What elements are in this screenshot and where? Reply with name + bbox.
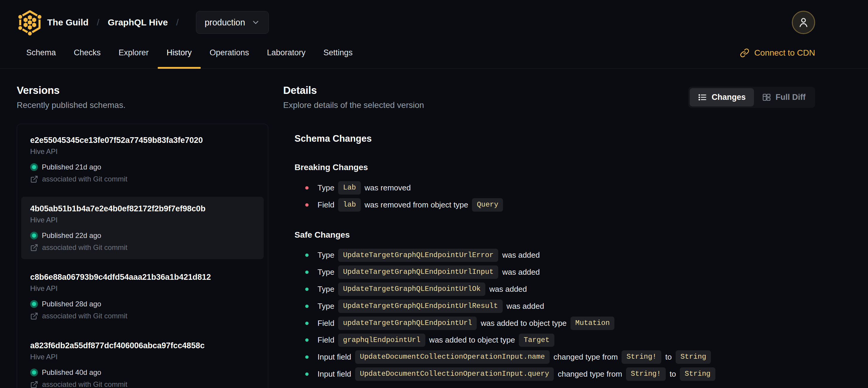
code-badge: String! xyxy=(626,367,666,381)
git-commit-label: associated with Git commit xyxy=(42,175,127,183)
view-toggle: ChangesFull Diff xyxy=(688,87,815,108)
versions-list: e2e55045345ce13fe07f52a77459b83fa3fe7020… xyxy=(17,124,268,388)
change-item: TypeUpdateTargetGraphQLEndpointUrlOkwas … xyxy=(305,282,815,296)
published-label: Published 21d ago xyxy=(42,163,101,171)
chevron-down-icon xyxy=(251,18,260,27)
version-status: Published 40d ago xyxy=(30,368,255,377)
published-label: Published 22d ago xyxy=(42,231,101,240)
tab-history[interactable]: History xyxy=(158,37,201,68)
view-toggle-full-diff[interactable]: Full Diff xyxy=(754,88,814,107)
change-text: Type xyxy=(317,285,334,294)
version-status: Published 22d ago xyxy=(30,231,255,240)
link-icon xyxy=(740,48,749,58)
change-text: changed type from xyxy=(558,369,622,379)
version-card[interactable]: e2e55045345ce13fe07f52a77459b83fa3fe7020… xyxy=(21,128,264,191)
code-badge: Target xyxy=(519,334,554,347)
published-label: Published 40d ago xyxy=(42,368,101,377)
external-link-icon xyxy=(30,312,38,320)
change-text: was removed xyxy=(365,183,411,192)
tab-operations[interactable]: Operations xyxy=(201,37,258,68)
header-top-row: The Guild / GraphQL Hive / production xyxy=(0,0,868,37)
breadcrumb: The Guild / GraphQL Hive / xyxy=(47,17,187,28)
change-text: changed type from xyxy=(554,352,618,362)
change-item: Input fieldUpdateDocumentCollectionOpera… xyxy=(305,350,815,364)
code-badge: UpdateDocumentCollectionOperationInput.n… xyxy=(355,350,550,364)
subsection-title: Breaking Changes xyxy=(294,162,815,172)
change-item: Fieldlabwas removed from object typeQuer… xyxy=(305,198,815,212)
nav-tab-bar: SchemaChecksExplorerHistoryOperationsLab… xyxy=(0,37,868,69)
hive-logo-icon[interactable] xyxy=(16,9,43,36)
connect-cdn-link[interactable]: Connect to CDN xyxy=(740,37,815,68)
published-dot-icon xyxy=(30,300,38,308)
code-badge: graphqlEndpointUrl xyxy=(338,334,425,347)
tab-settings[interactable]: Settings xyxy=(314,37,362,68)
change-item: TypeUpdateTargetGraphQLEndpointUrlErrorw… xyxy=(305,249,815,262)
change-text: was added xyxy=(489,285,527,294)
breadcrumb-separator: / xyxy=(97,17,99,28)
version-status: Published 21d ago xyxy=(30,163,255,171)
change-item: Input fieldUpdateDocumentCollectionOpera… xyxy=(305,367,815,381)
version-card[interactable]: c8b6e88a06793b9c4dfd54aaa21b36a1b421d812… xyxy=(21,265,264,328)
version-service: Hive API xyxy=(30,216,255,224)
code-badge: String xyxy=(676,350,711,364)
schema-changes-sections: Breaking ChangesTypeLabwas removedFieldl… xyxy=(294,162,815,381)
change-item: TypeUpdateTargetGraphQLEndpointUrlResult… xyxy=(305,300,815,313)
list-icon xyxy=(698,93,707,102)
user-menu-button[interactable] xyxy=(792,11,815,34)
git-commit-link[interactable]: associated with Git commit xyxy=(30,312,255,320)
code-badge: UpdateDocumentCollectionOperationInput.q… xyxy=(355,367,554,381)
version-status: Published 28d ago xyxy=(30,300,255,308)
external-link-icon xyxy=(30,244,38,252)
change-text: was added xyxy=(502,268,540,277)
details-subtitle: Explore details of the selected version xyxy=(283,100,424,110)
git-commit-label: associated with Git commit xyxy=(42,243,127,252)
view-toggle-changes[interactable]: Changes xyxy=(690,88,753,107)
git-commit-link[interactable]: associated with Git commit xyxy=(30,243,255,252)
git-commit-label: associated with Git commit xyxy=(42,312,127,320)
target-select[interactable]: production xyxy=(196,11,269,34)
change-text: Field xyxy=(317,319,334,328)
change-text: was added xyxy=(502,250,540,260)
change-text: was added to object type xyxy=(429,335,515,345)
schema-changes-section: Schema Changes Breaking ChangesTypeLabwa… xyxy=(294,133,815,381)
breadcrumb-org[interactable]: The Guild xyxy=(47,17,88,28)
git-commit-link[interactable]: associated with Git commit xyxy=(30,380,255,388)
code-badge: UpdateTargetGraphQLEndpointUrlResult xyxy=(338,300,502,313)
change-item: TypeUpdateTargetGraphQLEndpointUrlInputw… xyxy=(305,265,815,279)
git-commit-link[interactable]: associated with Git commit xyxy=(30,175,255,183)
details-title: Details xyxy=(283,84,424,96)
change-text: Input field xyxy=(317,369,351,379)
tab-explorer[interactable]: Explorer xyxy=(110,37,158,68)
versions-title: Versions xyxy=(17,84,268,96)
change-text: Field xyxy=(317,335,334,345)
tab-laboratory[interactable]: Laboratory xyxy=(258,37,314,68)
tab-schema[interactable]: Schema xyxy=(17,37,65,68)
change-text: was added to object type xyxy=(480,319,567,328)
published-dot-icon xyxy=(30,232,38,239)
user-icon xyxy=(797,16,810,29)
code-badge: Mutation xyxy=(570,317,614,330)
change-item: FieldupdateTargetGraphQLEndpointUrlwas a… xyxy=(305,317,815,330)
main-content: Versions Recently published schemas. e2e… xyxy=(0,69,868,388)
view-toggle-label: Full Diff xyxy=(776,93,806,102)
breadcrumb-separator: / xyxy=(176,17,179,28)
published-dot-icon xyxy=(30,368,38,376)
breaking-change-list: TypeLabwas removedFieldlabwas removed fr… xyxy=(305,181,815,212)
version-card[interactable]: a823f6db2a55df877dcf406006abca97fcc4858c… xyxy=(21,334,264,388)
version-hash: 4b05ab51b1b4a7e2e4b0ef82172f2b9f7ef98c0b xyxy=(30,204,255,213)
change-text: Type xyxy=(317,302,334,311)
version-card[interactable]: 4b05ab51b1b4a7e2e4b0ef82172f2b9f7ef98c0b… xyxy=(21,197,264,259)
code-badge: UpdateTargetGraphQLEndpointUrlOk xyxy=(338,282,485,296)
change-text: Type xyxy=(317,250,334,260)
version-hash: a823f6db2a55df877dcf406006abca97fcc4858c xyxy=(30,341,255,350)
tab-checks[interactable]: Checks xyxy=(65,37,110,68)
view-toggle-label: Changes xyxy=(712,93,746,102)
change-text: to xyxy=(665,352,672,362)
breadcrumb-project[interactable]: GraphQL Hive xyxy=(108,17,168,28)
change-text: Field xyxy=(317,200,334,210)
change-text: was added xyxy=(506,302,544,311)
code-badge: UpdateTargetGraphQLEndpointUrlError xyxy=(338,249,498,262)
change-text: to xyxy=(670,369,676,379)
target-select-value: production xyxy=(205,18,245,28)
versions-subtitle: Recently published schemas. xyxy=(17,100,268,110)
